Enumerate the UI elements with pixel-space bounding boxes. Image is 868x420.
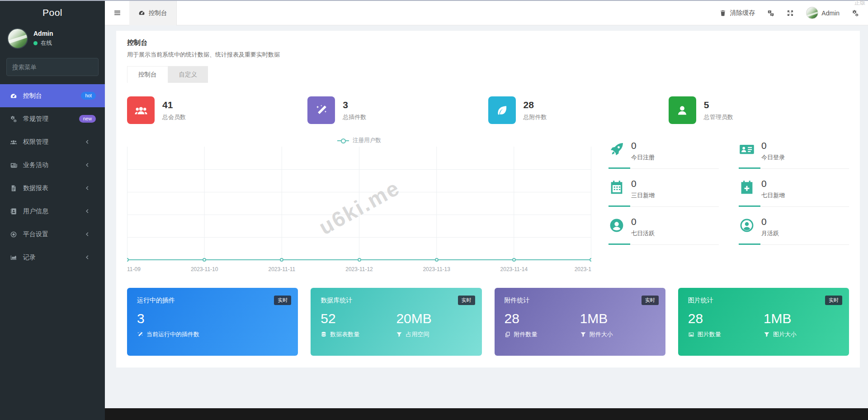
avatar[interactable] (7, 28, 28, 49)
data-point[interactable] (280, 258, 283, 262)
chart-legend[interactable]: 注册用户数 (127, 137, 591, 144)
menu-search[interactable] (6, 58, 99, 76)
tab-dashboard[interactable]: 控制台 (127, 66, 168, 83)
database-icon (321, 331, 327, 338)
brand-logo: Pool (0, 1, 105, 24)
sidebar-item-auth[interactable]: 权限管理 (0, 130, 105, 153)
clear-cache-button[interactable]: 清除缓存 (719, 9, 755, 17)
data-point[interactable] (512, 258, 516, 262)
data-point[interactable] (358, 258, 361, 262)
x-tick: 11-09 (127, 266, 141, 272)
file-text-icon (10, 185, 17, 192)
sidebar-item-user-info[interactable]: 用户信息 (0, 200, 105, 223)
copy-icon (505, 331, 511, 338)
card-running-plugins[interactable]: 运行中的插件 实时 3 当前运行中的插件数 (127, 288, 298, 356)
quick-stat-7day-active: 0七日活跃 (609, 216, 719, 245)
user-circle-icon (609, 217, 625, 234)
quick-stat-today-logins: 0今日登录 (739, 140, 849, 169)
settings-button[interactable] (852, 10, 859, 17)
language-button[interactable] (767, 10, 774, 17)
dashboard-icon (138, 10, 145, 16)
accent-underline (609, 243, 719, 245)
sidebar-toggle-button[interactable] (105, 1, 129, 25)
quick-stat-month-active: 0月活跃 (739, 216, 849, 245)
stats-row: 41总会员数 3总插件数 28总附件数 5总管理员数 (127, 96, 849, 124)
stat-members: 41总会员数 (127, 96, 307, 124)
leaf-icon (495, 104, 508, 117)
realtime-badge: 实时 (274, 296, 291, 305)
image-icon (688, 331, 694, 338)
stat-plugins: 3总插件数 (307, 96, 488, 124)
new-badge: new (79, 115, 96, 123)
legend-marker-icon (337, 138, 349, 143)
bottom-dark-strip (105, 408, 868, 420)
chevron-left-icon (84, 254, 90, 260)
card-database[interactable]: 数据库统计 实时 52 数据表数量 20MB 占用空间 (311, 288, 481, 356)
x-tick: 2023-11-10 (191, 266, 218, 272)
quick-stat-7day-new: 0七日新增 (739, 178, 849, 207)
quick-stat-today-registered: 0今日注册 (609, 140, 719, 169)
sidebar-item-reports[interactable]: 数据报表 (0, 177, 105, 200)
hamburger-icon (113, 9, 121, 17)
content-tabs: 控制台 自定义 (127, 66, 849, 83)
users-icon (10, 138, 17, 146)
sidebar-item-records[interactable]: 记录 (0, 246, 105, 269)
x-tick: 2023-11-11 (269, 266, 296, 272)
avatar (806, 7, 818, 19)
data-point[interactable] (435, 258, 439, 262)
sidebar-menu: 控制台 hot 常规管理 new 权限管理 业务活动 数据报表 (0, 84, 105, 269)
funnel-icon (396, 331, 402, 338)
user-status: 在线 (33, 39, 53, 47)
card-attachments[interactable]: 附件统计 实时 28 附件数量 1MB 附件大小 (495, 288, 665, 356)
chevron-left-icon (84, 185, 90, 191)
user-menu[interactable]: Admin (806, 7, 840, 19)
topbar-tab-dashboard[interactable]: 控制台 (129, 1, 177, 25)
dashboard-icon (10, 92, 17, 100)
data-point[interactable] (127, 258, 129, 262)
tab-custom[interactable]: 自定义 (168, 66, 208, 83)
trash-icon (719, 10, 726, 17)
card-images[interactable]: 图片统计 实时 28 图片数量 1MB 图片大小 (678, 288, 849, 356)
sidebar-item-general[interactable]: 常规管理 new (0, 107, 105, 130)
cards-row: 运行中的插件 实时 3 当前运行中的插件数 数据库统计 实时 52 (127, 288, 849, 356)
quick-stat-3day-new: 0三日新增 (609, 178, 719, 207)
page-subtitle: 用于展示当前系统中的统计数据、统计报表及重要实时数据 (127, 51, 849, 59)
topbar: 控制台 清除缓存 Admin (105, 1, 868, 25)
sidebar-item-platform[interactable]: 平台设置 (0, 223, 105, 246)
accent-underline (739, 205, 849, 207)
sidebar-item-business[interactable]: 业务活动 (0, 153, 105, 177)
sidebar: Pool Admin 在线 控制台 hot 常规管理 new (0, 1, 105, 420)
chevron-left-icon (84, 139, 90, 145)
fullscreen-button[interactable] (787, 10, 794, 17)
x-tick: 2023-11-13 (423, 266, 450, 272)
realtime-badge: 实时 (458, 296, 475, 305)
language-icon (767, 10, 774, 17)
funnel-icon (764, 331, 770, 338)
chevron-left-icon (84, 208, 90, 214)
x-tick: 2023-1 (575, 266, 591, 272)
chevron-left-icon (84, 231, 90, 237)
id-card-icon (739, 141, 755, 158)
sidebar-item-dashboard[interactable]: 控制台 hot (0, 84, 105, 107)
hot-badge: hot (81, 92, 96, 100)
accent-underline (609, 205, 719, 207)
x-tick: 2023-11-12 (345, 266, 373, 272)
cogs-icon (852, 10, 859, 17)
registered-users-chart[interactable]: 注册用户数 u6ki.me (127, 137, 591, 272)
data-point[interactable] (203, 258, 206, 262)
data-point[interactable] (590, 258, 591, 262)
chevron-left-icon (84, 162, 90, 168)
accent-underline (609, 167, 719, 169)
magic-wand-icon (315, 104, 328, 117)
rocket-icon (609, 141, 625, 158)
search-icon[interactable] (92, 64, 93, 70)
funnel-icon (580, 331, 586, 338)
stat-attachments: 28总附件数 (488, 96, 669, 124)
user-circle-outline-icon (739, 217, 755, 234)
users-icon (134, 104, 148, 117)
realtime-badge: 实时 (825, 296, 842, 305)
online-dot-icon (33, 41, 38, 45)
search-input[interactable] (12, 64, 92, 71)
fullscreen-icon (787, 10, 794, 17)
user-name: Admin (33, 30, 53, 37)
